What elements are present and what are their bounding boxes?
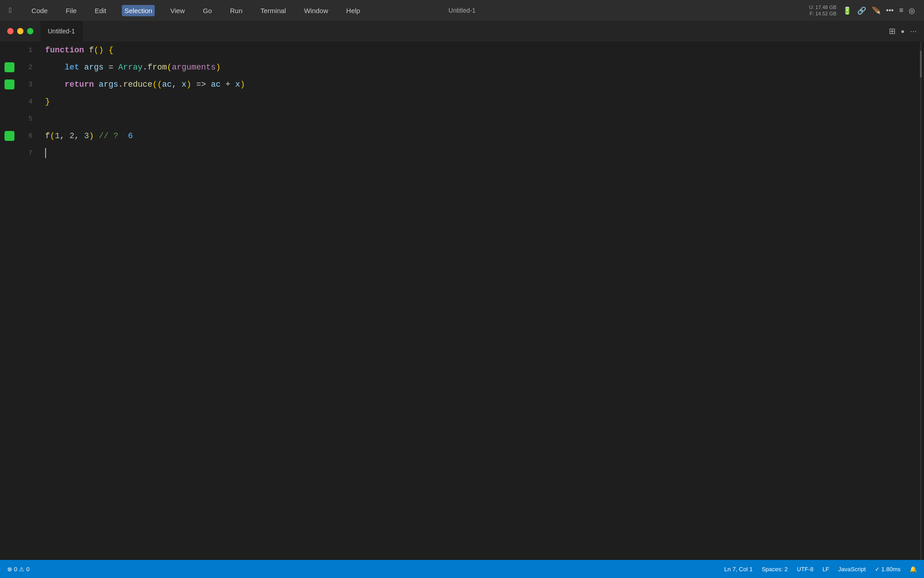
breakpoint-2[interactable]	[5, 62, 14, 72]
tab-actions: ⊞ ● ···	[889, 26, 924, 36]
split-editor-icon[interactable]: ⊞	[889, 26, 896, 36]
warning-icon: ⚠	[19, 566, 24, 573]
tab-title: Untitled-1	[48, 28, 75, 35]
code-content[interactable]: function f () { let args = Array . from …	[36, 42, 918, 560]
breakpoint-6[interactable]	[5, 131, 14, 141]
kw-let-2: let	[65, 59, 79, 76]
line-number-6: 6	[0, 127, 36, 144]
encoding[interactable]: UTF-8	[797, 566, 813, 573]
line-number-1: 1	[0, 42, 36, 59]
code-line-1: function f () {	[36, 42, 918, 59]
title-bar-row: Untitled-1 ⊞ ● ···	[0, 21, 924, 42]
maximize-button[interactable]	[27, 28, 33, 34]
line-number-4: 4	[0, 93, 36, 110]
menu-bar:  Code File Edit Selection View Go Run T…	[0, 0, 924, 21]
indentation[interactable]: Spaces: 2	[762, 566, 788, 573]
line-number-2: 2	[0, 59, 36, 76]
error-icon: ⊗	[7, 566, 12, 573]
menu-help[interactable]: Help	[343, 5, 363, 16]
menu-code[interactable]: Code	[29, 5, 51, 16]
apple-icon[interactable]: 	[9, 6, 12, 14]
traffic-lights	[7, 28, 33, 34]
line-ending[interactable]: LF	[822, 566, 829, 573]
notifications-icon[interactable]: 🔔	[910, 566, 917, 573]
fn-name-1: f	[89, 42, 94, 59]
status-bar: ⊗ 0 ⚠ 0 Ln 7, Col 1 Spaces: 2 UTF-8 LF J…	[0, 560, 924, 578]
text-cursor	[45, 148, 46, 158]
menu-window[interactable]: Window	[301, 5, 331, 16]
more-actions-icon[interactable]: ···	[910, 27, 917, 36]
code-line-3: return args . reduce (( ac , x ) => ac +…	[36, 76, 918, 93]
line-number-7: 7	[0, 144, 36, 162]
scrollbar[interactable]	[918, 42, 924, 560]
unsaved-dot: ●	[901, 28, 905, 35]
close-button[interactable]	[7, 28, 14, 34]
warning-count: 0	[26, 566, 29, 573]
menu-edit[interactable]: Edit	[92, 5, 109, 16]
menu-go[interactable]: Go	[200, 5, 215, 16]
breakpoint-3[interactable]	[5, 79, 14, 89]
menu-selection[interactable]: Selection	[122, 5, 155, 16]
window-title: Untitled-1	[448, 7, 476, 14]
menu-file[interactable]: File	[63, 5, 79, 16]
link-icon: 🔗	[857, 6, 866, 15]
menu-items:  Code File Edit Selection View Go Run T…	[9, 5, 363, 16]
code-line-2: let args = Array . from ( arguments )	[36, 59, 918, 76]
siri-icon[interactable]: ◎	[909, 6, 915, 15]
fn-from: from	[148, 59, 167, 76]
line-number-5: 5	[0, 110, 36, 127]
scrollbar-thumb[interactable]	[920, 51, 922, 78]
timing: ✓ 1.80ms	[875, 566, 901, 573]
scrollbar-track	[920, 42, 922, 560]
system-info-area: U: 17.48 GB F: 14.52 GB 🔋 🔗 🪶 ••• ≡ ◎	[809, 4, 915, 17]
system-icons: 🔋 🔗 🪶 ••• ≡ ◎	[843, 6, 915, 15]
control-center-icon[interactable]: ≡	[899, 6, 903, 14]
battery-icon: 🔋	[843, 6, 852, 15]
code-line-4: }	[36, 93, 918, 110]
menu-view[interactable]: View	[167, 5, 187, 16]
kw-return-3: return	[65, 76, 94, 93]
code-line-7	[36, 144, 918, 162]
feather-icon: 🪶	[872, 6, 881, 15]
minimize-button[interactable]	[17, 28, 23, 34]
kw-function-1: function	[45, 42, 84, 59]
status-right: Ln 7, Col 1 Spaces: 2 UTF-8 LF JavaScrip…	[724, 566, 917, 573]
line-number-3: 3	[0, 76, 36, 93]
language-mode[interactable]: JavaScript	[838, 566, 866, 573]
editor-tab[interactable]: Untitled-1	[41, 21, 83, 42]
more-icon[interactable]: •••	[886, 6, 894, 14]
line-numbers: 1 2 3 4 5 6 7	[0, 42, 36, 560]
cursor-position[interactable]: Ln 7, Col 1	[724, 566, 753, 573]
errors-indicator[interactable]: ⊗ 0 ⚠ 0	[7, 566, 29, 573]
code-line-6: f ( 1 , 2 , 3 ) // ? 6	[36, 127, 918, 144]
code-line-5	[36, 110, 918, 127]
menu-terminal[interactable]: Terminal	[258, 5, 289, 16]
system-info: U: 17.48 GB F: 14.52 GB	[809, 4, 836, 17]
editor-area: 1 2 3 4 5 6 7 function	[0, 42, 924, 560]
menu-run[interactable]: Run	[227, 5, 245, 16]
status-left: ⊗ 0 ⚠ 0	[7, 566, 29, 573]
error-count: 0	[14, 566, 17, 573]
